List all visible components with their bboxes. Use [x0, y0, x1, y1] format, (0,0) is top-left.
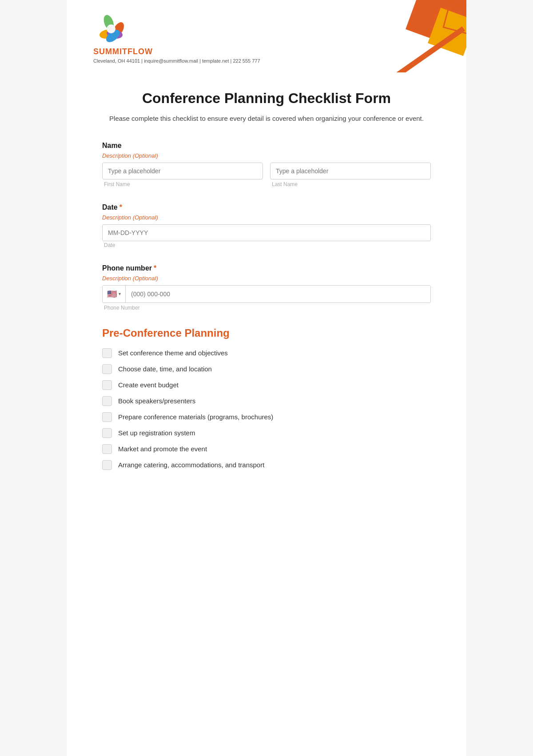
date-input[interactable]: [102, 224, 431, 241]
checklist-item-5: Prepare conference materials (programs, …: [102, 412, 431, 422]
phone-label: Phone number*: [102, 264, 431, 272]
checklist-text-2: Choose date, time, and location: [118, 365, 212, 373]
checklist-item-8: Arrange catering, accommodations, and tr…: [102, 460, 431, 470]
checkbox-3[interactable]: [102, 380, 112, 390]
checklist-item-2: Choose date, time, and location: [102, 364, 431, 374]
date-required-marker: *: [119, 203, 122, 211]
name-section: Name Description (Optional) First Name L…: [102, 142, 431, 187]
decorative-shapes: [364, 0, 466, 72]
checklist-item-6: Set up registration system: [102, 428, 431, 438]
phone-flag-selector[interactable]: 🇺🇸 ▾: [103, 286, 126, 302]
checkbox-4[interactable]: [102, 396, 112, 406]
date-sublabel: Date: [102, 242, 431, 248]
checklist-item-3: Create event budget: [102, 380, 431, 390]
page-subtitle: Please complete this checklist to ensure…: [102, 114, 431, 124]
checkbox-1[interactable]: [102, 348, 112, 358]
first-name-input[interactable]: [102, 163, 263, 179]
phone-required-marker: *: [154, 264, 156, 272]
checklist-section: Pre-Conference Planning Set conference t…: [102, 327, 431, 470]
checkbox-5[interactable]: [102, 412, 112, 422]
phone-input-row: 🇺🇸 ▾: [102, 285, 431, 303]
checkbox-6[interactable]: [102, 428, 112, 438]
date-section: Date* Description (Optional) Date: [102, 203, 431, 248]
checklist-text-1: Set conference theme and objectives: [118, 349, 228, 357]
header: SUMMITFLOW Cleveland, OH 44101 | inquire…: [67, 0, 466, 72]
phone-description: Description (Optional): [102, 275, 431, 282]
checklist-text-7: Market and promote the event: [118, 445, 207, 453]
page: SUMMITFLOW Cleveland, OH 44101 | inquire…: [67, 0, 466, 756]
last-name-input[interactable]: [270, 163, 431, 179]
checkbox-7[interactable]: [102, 444, 112, 454]
phone-section: Phone number* Description (Optional) 🇺🇸 …: [102, 264, 431, 311]
last-name-sublabel: Last Name: [270, 181, 431, 187]
checklist-text-3: Create event budget: [118, 381, 179, 389]
date-description: Description (Optional): [102, 214, 431, 221]
checklist-item-4: Book speakers/presenters: [102, 396, 431, 406]
checkbox-8[interactable]: [102, 460, 112, 470]
checklist-item-7: Market and promote the event: [102, 444, 431, 454]
logo-icon: [93, 13, 129, 44]
logo-section: SUMMITFLOW Cleveland, OH 44101 | inquire…: [93, 13, 260, 64]
name-description: Description (Optional): [102, 152, 431, 159]
svg-point-5: [107, 24, 115, 33]
checklist-text-4: Book speakers/presenters: [118, 397, 195, 405]
checklist-text-6: Set up registration system: [118, 429, 195, 437]
date-label: Date*: [102, 203, 431, 211]
checklist-text-5: Prepare conference materials (programs, …: [118, 413, 273, 421]
us-flag-icon: 🇺🇸: [107, 289, 117, 299]
phone-sublabel: Phone Number: [102, 305, 431, 311]
company-name: SUMMITFLOW: [93, 47, 260, 56]
checklist-item-1: Set conference theme and objectives: [102, 348, 431, 358]
name-label: Name: [102, 142, 431, 150]
phone-number-input[interactable]: [126, 286, 430, 302]
main-content: Conference Planning Checklist Form Pleas…: [67, 72, 466, 504]
checklist-text-8: Arrange catering, accommodations, and tr…: [118, 461, 264, 469]
checkbox-2[interactable]: [102, 364, 112, 374]
first-name-sublabel: First Name: [102, 181, 263, 187]
company-contact: Cleveland, OH 44101 | inquire@summitflow…: [93, 58, 260, 64]
page-title: Conference Planning Checklist Form: [102, 90, 431, 107]
checklist-title: Pre-Conference Planning: [102, 327, 431, 339]
chevron-down-icon: ▾: [119, 291, 121, 296]
